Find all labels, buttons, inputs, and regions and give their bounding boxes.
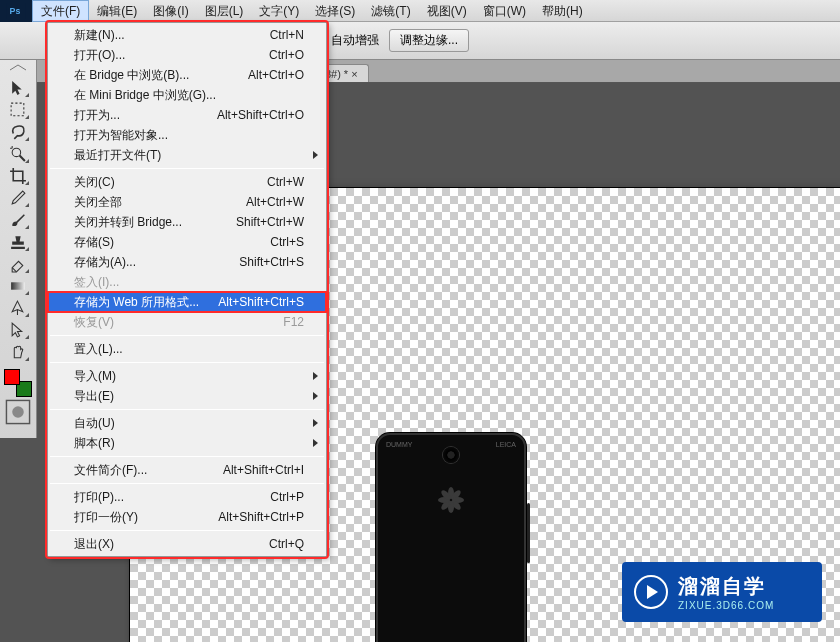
menubar: Ps 文件(F)编辑(E)图像(I)图层(L)文字(Y)选择(S)滤镜(T)视图… — [0, 0, 840, 22]
menu-item-导入m[interactable]: 导入(M) — [48, 366, 326, 386]
menu-item-导出e[interactable]: 导出(E) — [48, 386, 326, 406]
move-tool[interactable] — [5, 77, 31, 99]
menu-separator — [50, 483, 324, 484]
menu-item-最近打开文件t[interactable]: 最近打开文件(T) — [48, 145, 326, 165]
menu-图像i[interactable]: 图像(I) — [145, 0, 196, 22]
phone-label-left: DUMMY — [386, 441, 412, 448]
app-logo: Ps — [0, 0, 32, 22]
menu-separator — [50, 362, 324, 363]
refine-edge-button[interactable]: 调整边缘... — [389, 29, 469, 52]
menu-separator — [50, 335, 324, 336]
menu-separator — [50, 168, 324, 169]
hand-tool[interactable] — [5, 341, 31, 363]
menu-item-打印一份y[interactable]: 打印一份(Y)Alt+Shift+Ctrl+P — [48, 507, 326, 527]
menu-帮助h[interactable]: 帮助(H) — [534, 0, 591, 22]
play-icon — [634, 575, 668, 609]
menu-item-打开为[interactable]: 打开为...Alt+Shift+Ctrl+O — [48, 105, 326, 125]
color-swatches[interactable] — [3, 368, 33, 398]
menu-item-关闭全部[interactable]: 关闭全部Alt+Ctrl+W — [48, 192, 326, 212]
lasso-tool[interactable] — [5, 121, 31, 143]
watermark-title: 溜溜自学 — [678, 573, 774, 600]
watermark-url: ZIXUE.3D66.COM — [678, 600, 774, 611]
menu-item-打开为智能对象[interactable]: 打开为智能对象... — [48, 125, 326, 145]
menu-滤镜t[interactable]: 滤镜(T) — [363, 0, 418, 22]
phone-camera — [443, 447, 459, 463]
menu-item-关闭并转到bridge[interactable]: 关闭并转到 Bridge...Shift+Ctrl+W — [48, 212, 326, 232]
svg-point-6 — [12, 406, 24, 418]
svg-rect-2 — [11, 103, 24, 116]
menu-窗口w[interactable]: 窗口(W) — [475, 0, 534, 22]
menu-item-新建n[interactable]: 新建(N)...Ctrl+N — [48, 25, 326, 45]
menu-separator — [50, 530, 324, 531]
brush-tool[interactable] — [5, 209, 31, 231]
menu-编辑e[interactable]: 编辑(E) — [89, 0, 145, 22]
pen-tool[interactable] — [5, 297, 31, 319]
direct-select-tool[interactable] — [5, 319, 31, 341]
menu-item-签入i: 签入(I)... — [48, 272, 326, 292]
menu-item-脚本r[interactable]: 脚本(R) — [48, 433, 326, 453]
menu-文件f[interactable]: 文件(F) — [32, 0, 89, 22]
gradient-tool[interactable] — [5, 275, 31, 297]
watermark-badge: 溜溜自学 ZIXUE.3D66.COM — [622, 562, 822, 622]
menu-item-退出x[interactable]: 退出(X)Ctrl+Q — [48, 534, 326, 554]
huawei-logo-icon — [436, 485, 466, 515]
menu-separator — [50, 456, 324, 457]
eraser-tool[interactable] — [5, 253, 31, 275]
menu-item-恢复v: 恢复(V)F12 — [48, 312, 326, 332]
stamp-tool[interactable] — [5, 231, 31, 253]
phone-mockup: DUMMY LEICA — [376, 433, 526, 642]
menu-item-打印p[interactable]: 打印(P)...Ctrl+P — [48, 487, 326, 507]
menu-item-存储为web所用格式[interactable]: 存储为 Web 所用格式...Alt+Shift+Ctrl+S — [48, 292, 326, 312]
toolbox-grip[interactable] — [2, 64, 35, 74]
marquee-tool[interactable] — [5, 99, 31, 121]
menu-separator — [50, 409, 324, 410]
tool-panel — [0, 60, 37, 438]
file-menu-dropdown: 新建(N)...Ctrl+N打开(O)...Ctrl+O在 Bridge 中浏览… — [47, 22, 327, 557]
svg-text:Ps: Ps — [10, 6, 21, 16]
menu-item-关闭c[interactable]: 关闭(C)Ctrl+W — [48, 172, 326, 192]
menu-视图v[interactable]: 视图(V) — [419, 0, 475, 22]
quick-mask-toggle[interactable] — [5, 401, 31, 423]
eyedropper-tool[interactable] — [5, 187, 31, 209]
menu-item-存储为a[interactable]: 存储为(A)...Shift+Ctrl+S — [48, 252, 326, 272]
menu-item-在minibridge中浏览g[interactable]: 在 Mini Bridge 中浏览(G)... — [48, 85, 326, 105]
menu-item-存储s[interactable]: 存储(S)Ctrl+S — [48, 232, 326, 252]
menu-选择s[interactable]: 选择(S) — [307, 0, 363, 22]
crop-tool[interactable] — [5, 165, 31, 187]
menu-item-置入l[interactable]: 置入(L)... — [48, 339, 326, 359]
menu-item-自动u[interactable]: 自动(U) — [48, 413, 326, 433]
menu-图层l[interactable]: 图层(L) — [197, 0, 252, 22]
svg-rect-4 — [11, 282, 25, 289]
svg-point-3 — [12, 148, 20, 156]
menu-item-在bridge中浏览b[interactable]: 在 Bridge 中浏览(B)...Alt+Ctrl+O — [48, 65, 326, 85]
menu-item-文件简介f[interactable]: 文件简介(F)...Alt+Shift+Ctrl+I — [48, 460, 326, 480]
phone-label-right: LEICA — [496, 441, 516, 448]
quick-select-tool[interactable] — [5, 143, 31, 165]
menu-文字y[interactable]: 文字(Y) — [251, 0, 307, 22]
foreground-color-swatch[interactable] — [4, 369, 20, 385]
menu-item-打开o[interactable]: 打开(O)...Ctrl+O — [48, 45, 326, 65]
